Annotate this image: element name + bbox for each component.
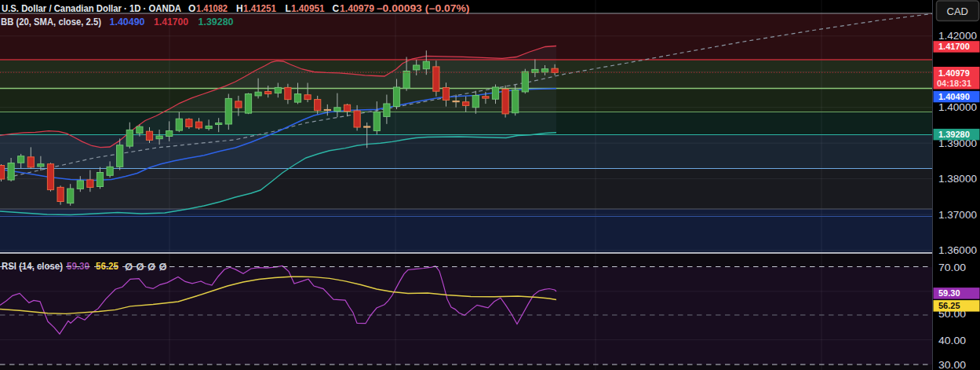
svg-text:04:18:31: 04:18:31 [937,79,971,88]
svg-text:1.41700: 1.41700 [154,16,188,27]
svg-text:O: O [188,3,195,14]
svg-text:1.41082: 1.41082 [196,3,228,14]
svg-text:1.36000: 1.36000 [938,245,977,256]
svg-text:59.30: 59.30 [938,288,960,298]
svg-text:CAD: CAD [947,5,968,17]
svg-text:H: H [236,3,243,14]
svg-text:1.40000: 1.40000 [938,102,977,113]
svg-text:BB (20, SMA, close, 2.5): BB (20, SMA, close, 2.5) [1,16,101,27]
svg-text:1.40979: 1.40979 [340,3,374,14]
svg-text:70.00: 70.00 [938,262,966,273]
svg-text:1.38000: 1.38000 [938,174,977,185]
svg-text:−0.00093 (−0.07%): −0.00093 (−0.07%) [377,3,470,14]
svg-text:30.00: 30.00 [938,360,966,370]
svg-text:L: L [286,3,291,14]
svg-text:1.40490: 1.40490 [938,92,970,101]
svg-text:1.41700: 1.41700 [938,42,970,51]
svg-text:56.25: 56.25 [938,301,960,310]
svg-text:1.39280: 1.39280 [938,130,970,139]
svg-text:1.39280: 1.39280 [199,16,234,27]
svg-text:1.41251: 1.41251 [243,3,276,14]
svg-text:1.42000: 1.42000 [938,31,977,42]
svg-text:C: C [333,3,340,14]
svg-text:1.40490: 1.40490 [110,16,145,27]
svg-text:40.00: 40.00 [938,335,966,346]
svg-text:1.40979: 1.40979 [938,68,970,78]
svg-text:1.37000: 1.37000 [938,210,977,221]
svg-text:U.S. Dollar / Canadian Dollar: U.S. Dollar / Canadian Dollar · 1D · OAN… [2,3,181,14]
svg-text:1.40951: 1.40951 [291,3,325,14]
